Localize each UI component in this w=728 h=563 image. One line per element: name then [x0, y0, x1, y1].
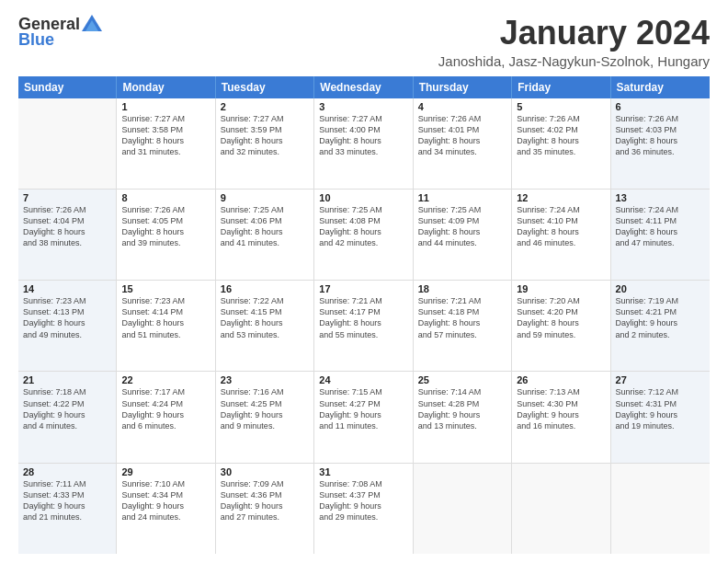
calendar-cell: 13Sunrise: 7:24 AMSunset: 4:11 PMDayligh… [611, 190, 710, 280]
day-number: 16 [221, 283, 309, 294]
calendar-cell: 29Sunrise: 7:10 AMSunset: 4:34 PMDayligh… [117, 464, 215, 554]
cell-line: and 11 minutes. [319, 420, 407, 431]
cell-line: and 38 minutes. [23, 237, 111, 248]
header-day-monday: Monday [117, 76, 215, 98]
day-number: 12 [517, 192, 605, 203]
day-number: 5 [517, 101, 605, 112]
cell-line: Sunrise: 7:26 AM [616, 113, 705, 124]
header-day-sunday: Sunday [18, 76, 117, 98]
cell-line: Sunset: 4:15 PM [221, 306, 309, 317]
calendar-cell: 12Sunrise: 7:24 AMSunset: 4:10 PMDayligh… [512, 190, 610, 280]
cell-line: Sunrise: 7:27 AM [319, 113, 407, 124]
cell-line: Daylight: 8 hours [517, 317, 605, 328]
cell-line: Sunrise: 7:23 AM [121, 295, 210, 306]
day-number: 22 [121, 374, 210, 385]
cell-line: and 51 minutes. [121, 329, 210, 340]
cell-line: Sunrise: 7:11 AM [23, 478, 111, 489]
calendar-cell: 9Sunrise: 7:25 AMSunset: 4:06 PMDaylight… [216, 190, 314, 280]
cell-line: and 24 minutes. [121, 511, 210, 523]
cell-line: Sunrise: 7:08 AM [319, 478, 407, 489]
cell-line: Daylight: 9 hours [616, 317, 705, 328]
calendar-cell: 18Sunrise: 7:21 AMSunset: 4:18 PMDayligh… [414, 281, 512, 371]
calendar-cell: 5Sunrise: 7:26 AMSunset: 4:02 PMDaylight… [512, 98, 610, 189]
cell-line: Sunset: 4:33 PM [23, 489, 111, 500]
month-title: January 2024 [438, 15, 710, 52]
cell-line: Daylight: 8 hours [319, 226, 407, 237]
cell-line: and 34 minutes. [418, 146, 506, 157]
cell-line: Daylight: 8 hours [418, 226, 506, 237]
cell-line: Sunset: 4:01 PM [418, 124, 506, 135]
cell-line: and 41 minutes. [221, 237, 309, 248]
day-number: 29 [121, 466, 210, 477]
calendar-cell [512, 464, 610, 554]
cell-line: Sunrise: 7:19 AM [616, 295, 705, 306]
cell-line: Daylight: 8 hours [221, 135, 309, 146]
calendar-week-3: 14Sunrise: 7:23 AMSunset: 4:13 PMDayligh… [18, 281, 710, 372]
cell-line: Sunset: 4:08 PM [319, 215, 407, 226]
day-number: 23 [221, 374, 309, 385]
cell-line: and 16 minutes. [517, 420, 605, 431]
cell-line: Sunrise: 7:21 AM [319, 295, 407, 306]
cell-line: Daylight: 9 hours [319, 409, 407, 420]
calendar-cell: 25Sunrise: 7:14 AMSunset: 4:28 PMDayligh… [414, 372, 512, 462]
calendar-cell: 16Sunrise: 7:22 AMSunset: 4:15 PMDayligh… [216, 281, 314, 371]
cell-line: Daylight: 8 hours [121, 317, 210, 328]
cell-line: and 39 minutes. [121, 237, 210, 248]
cell-line: Daylight: 8 hours [23, 226, 111, 237]
cell-line: Daylight: 9 hours [221, 500, 309, 511]
day-number: 3 [319, 101, 407, 112]
cell-line: Daylight: 8 hours [517, 135, 605, 146]
day-number: 1 [121, 101, 210, 112]
cell-line: Daylight: 9 hours [121, 409, 210, 420]
cell-line: Daylight: 8 hours [319, 135, 407, 146]
calendar-cell: 15Sunrise: 7:23 AMSunset: 4:14 PMDayligh… [117, 281, 215, 371]
day-number: 28 [23, 466, 111, 477]
cell-line: Sunrise: 7:13 AM [517, 386, 605, 397]
calendar-body: 1Sunrise: 7:27 AMSunset: 3:58 PMDaylight… [18, 98, 710, 554]
cell-line: and 31 minutes. [121, 146, 210, 157]
cell-line: Sunset: 4:09 PM [418, 215, 506, 226]
cell-line: Sunset: 4:13 PM [23, 306, 111, 317]
day-number: 15 [121, 283, 210, 294]
logo: General Blue [18, 15, 102, 50]
cell-line: and 57 minutes. [418, 329, 506, 340]
title-section: January 2024 Janoshida, Jasz-Nagykun-Szo… [438, 15, 710, 69]
cell-line: Sunset: 4:25 PM [221, 398, 309, 409]
header-day-friday: Friday [512, 76, 610, 98]
cell-line: Sunrise: 7:25 AM [418, 204, 506, 215]
calendar-cell: 2Sunrise: 7:27 AMSunset: 3:59 PMDaylight… [216, 98, 314, 189]
cell-line: Daylight: 8 hours [517, 226, 605, 237]
cell-line: Sunset: 4:31 PM [616, 398, 705, 409]
calendar-cell [414, 464, 512, 554]
cell-line: Daylight: 9 hours [319, 500, 407, 511]
cell-line: Daylight: 9 hours [221, 409, 309, 420]
day-number: 6 [616, 101, 705, 112]
cell-line: and 55 minutes. [319, 329, 407, 340]
cell-line: and 46 minutes. [517, 237, 605, 248]
day-number: 4 [418, 101, 506, 112]
calendar-week-5: 28Sunrise: 7:11 AMSunset: 4:33 PMDayligh… [18, 464, 710, 554]
day-number: 30 [221, 466, 309, 477]
cell-line: and 32 minutes. [221, 146, 309, 157]
cell-line: Daylight: 8 hours [418, 135, 506, 146]
calendar-cell: 31Sunrise: 7:08 AMSunset: 4:37 PMDayligh… [314, 464, 413, 554]
cell-line: Sunrise: 7:26 AM [23, 204, 111, 215]
cell-line: Daylight: 9 hours [23, 409, 111, 420]
cell-line: Sunset: 4:05 PM [121, 215, 210, 226]
cell-line: Sunrise: 7:25 AM [319, 204, 407, 215]
cell-line: Sunrise: 7:20 AM [517, 295, 605, 306]
cell-line: Daylight: 8 hours [221, 317, 309, 328]
calendar-cell: 20Sunrise: 7:19 AMSunset: 4:21 PMDayligh… [611, 281, 710, 371]
cell-line: Daylight: 9 hours [517, 409, 605, 420]
day-number: 17 [319, 283, 407, 294]
cell-line: Sunset: 4:20 PM [517, 306, 605, 317]
cell-line: Sunset: 4:37 PM [319, 489, 407, 500]
cell-line: Daylight: 9 hours [23, 500, 111, 511]
calendar-cell: 11Sunrise: 7:25 AMSunset: 4:09 PMDayligh… [414, 190, 512, 280]
location-title: Janoshida, Jasz-Nagykun-Szolnok, Hungary [438, 53, 710, 69]
cell-line: and 36 minutes. [616, 146, 705, 157]
cell-line: Sunset: 4:21 PM [616, 306, 705, 317]
day-number: 2 [221, 101, 309, 112]
cell-line: and 53 minutes. [221, 329, 309, 340]
cell-line: and 44 minutes. [418, 237, 506, 248]
